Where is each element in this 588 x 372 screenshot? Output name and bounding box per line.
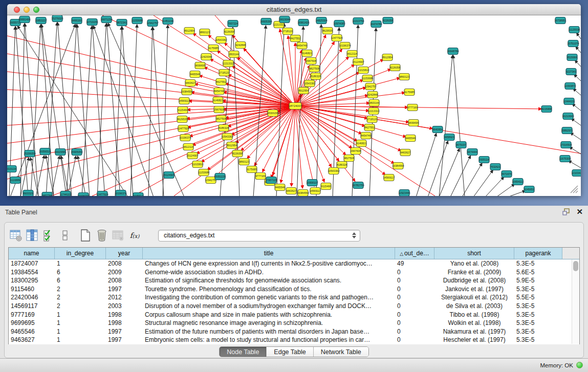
cell-pagerank[interactable]: 5.5E-5 xyxy=(514,293,562,302)
cell-in_degree[interactable]: 1 xyxy=(55,336,106,344)
cell-out_de[interactable]: 0 xyxy=(395,336,434,344)
column-header-short[interactable]: short xyxy=(434,248,514,259)
table-row[interactable]: 911546021997Tourette syndrome. Phenomeno… xyxy=(9,285,579,294)
cell-title[interactable]: Investigating the contribution of common… xyxy=(143,293,395,302)
cell-pagerank[interactable]: 5.3E-5 xyxy=(514,327,562,336)
table-row[interactable]: 969969511998Structural magnetic resonanc… xyxy=(9,319,579,327)
cell-out_de[interactable]: 0 xyxy=(395,285,434,294)
network-canvas[interactable]: 1872400718300295122133132718120842755284… xyxy=(7,15,581,196)
cell-short[interactable]: Jankovic et al. (1997) xyxy=(434,285,514,294)
cell-short[interactable]: Stergiakouli et al. (2012) xyxy=(434,293,514,302)
cell-out_de[interactable]: 0 xyxy=(395,319,434,327)
cell-in_degree[interactable]: 1 xyxy=(55,319,106,327)
cell-out_de[interactable]: 49 xyxy=(395,259,434,268)
cell-year[interactable]: 1998 xyxy=(106,319,143,327)
cell-out_de[interactable]: 0 xyxy=(395,293,434,302)
cell-name[interactable]: 9115460 xyxy=(9,285,55,294)
table-settings-button[interactable] xyxy=(9,228,23,243)
cell-short[interactable]: Dudbridge et al. (2008) xyxy=(434,276,514,285)
cell-in_degree[interactable]: 1 xyxy=(55,327,106,336)
cell-out_de[interactable]: 0 xyxy=(395,302,434,311)
cell-pagerank[interactable]: 5.3E-5 xyxy=(514,302,562,311)
close-panel-button[interactable]: ✕ xyxy=(576,208,583,216)
cell-name[interactable]: 19384554 xyxy=(9,268,55,277)
cell-short[interactable]: Nakamura et al. (1997) xyxy=(434,327,514,336)
cell-year[interactable]: 1997 xyxy=(106,285,143,294)
column-header-in_degree[interactable]: in_degree xyxy=(55,248,106,259)
column-header-title[interactable]: title xyxy=(143,248,395,259)
cell-pagerank[interactable]: 5.9E-5 xyxy=(514,276,562,285)
cell-short[interactable]: Wolkin et al. (1998) xyxy=(434,319,514,327)
cell-out_de[interactable]: 0 xyxy=(395,276,434,285)
cell-in_degree[interactable]: 2 xyxy=(55,302,106,311)
new-file-button[interactable] xyxy=(78,228,93,243)
cell-year[interactable]: 1997 xyxy=(106,336,143,344)
table-row[interactable]: 946554611997Estimation of the future num… xyxy=(9,327,579,336)
delete-button[interactable] xyxy=(95,228,109,243)
cell-out_de[interactable]: 0 xyxy=(395,327,434,336)
cell-short[interactable]: Yano et al. (2008) xyxy=(434,259,514,268)
delete-table-button[interactable] xyxy=(111,228,125,243)
cell-pagerank[interactable]: 5.3E-5 xyxy=(514,285,562,294)
scrollbar-thumb[interactable] xyxy=(573,261,578,271)
cell-year[interactable]: 2008 xyxy=(106,259,143,268)
cell-out_de[interactable]: 0 xyxy=(395,311,434,319)
table-row[interactable]: 1830029562008Estimation of significance … xyxy=(9,276,579,285)
tab-edge-table[interactable]: Edge Table xyxy=(267,347,313,357)
resize-grip-icon[interactable] xyxy=(569,184,579,194)
select-checks-button[interactable] xyxy=(41,228,56,243)
cell-name[interactable]: 14569117 xyxy=(9,302,55,311)
column-header-pagerank[interactable]: pagerank xyxy=(514,248,562,259)
cell-year[interactable]: 2009 xyxy=(106,268,143,277)
cell-year[interactable]: 2012 xyxy=(106,293,143,302)
cell-name[interactable]: 9699695 xyxy=(9,319,55,327)
cell-pagerank[interactable]: 5.6E-5 xyxy=(514,268,562,277)
cell-pagerank[interactable]: 5.3E-5 xyxy=(514,259,562,268)
cell-out_de[interactable]: 0 xyxy=(395,268,434,277)
cell-title[interactable]: Estimation of the future numbers of pati… xyxy=(143,327,395,336)
cell-in_degree[interactable]: 2 xyxy=(55,285,106,294)
tab-node-table[interactable]: Node Table xyxy=(220,347,267,357)
cell-title[interactable]: Embryonic stem cells: a model to study s… xyxy=(143,336,395,344)
cell-title[interactable]: Genome-wide association studies in ADHD. xyxy=(143,268,395,277)
cell-in_degree[interactable]: 6 xyxy=(55,276,106,285)
cell-name[interactable]: 9465546 xyxy=(9,327,55,336)
float-panel-button[interactable] xyxy=(562,208,570,215)
cell-year[interactable]: 1998 xyxy=(106,311,143,319)
tab-network-table[interactable]: Network Table xyxy=(314,347,368,357)
cell-name[interactable]: 9463627 xyxy=(9,336,55,344)
table-row[interactable]: 1938455462009Genome-wide association stu… xyxy=(9,268,579,277)
cell-title[interactable]: Estimation of significance thresholds fo… xyxy=(143,276,395,285)
cell-pagerank[interactable]: 5.3E-5 xyxy=(514,336,562,344)
cell-year[interactable]: 2003 xyxy=(106,302,143,311)
cell-short[interactable]: Tibbo et al. (1998) xyxy=(434,311,514,319)
table-row[interactable]: 977716911998Corpus callosum shape and si… xyxy=(9,311,579,319)
cell-title[interactable]: Structural magnetic resonance image aver… xyxy=(143,319,395,327)
cell-in_degree[interactable]: 2 xyxy=(55,293,106,302)
cell-year[interactable]: 2008 xyxy=(106,276,143,285)
cell-short[interactable]: Franke et al. (2009) xyxy=(434,268,514,277)
column-header-year[interactable]: year xyxy=(106,248,143,259)
cell-in_degree[interactable]: 1 xyxy=(55,259,106,268)
network-window[interactable]: citations_edges.txt 18724007183002951221… xyxy=(7,4,581,196)
table-row[interactable]: 1456911722003Disruption of a novel membe… xyxy=(9,302,579,311)
cell-pagerank[interactable]: 5.3E-5 xyxy=(514,311,562,319)
column-select-button[interactable] xyxy=(25,228,39,243)
cell-in_degree[interactable]: 6 xyxy=(55,268,106,277)
window-titlebar[interactable]: citations_edges.txt xyxy=(7,4,581,15)
memory-status-icon[interactable] xyxy=(576,362,583,368)
cell-name[interactable]: 22420046 xyxy=(9,293,55,302)
cell-year[interactable]: 1997 xyxy=(106,327,143,336)
cell-title[interactable]: Changes of HCN gene expression and I(f) … xyxy=(143,259,395,268)
cell-name[interactable]: 18300295 xyxy=(9,276,55,285)
function-builder-button[interactable]: f(x) xyxy=(127,228,142,243)
cell-short[interactable]: de Silva et al. (2003) xyxy=(434,302,514,311)
network-graph[interactable]: 1872400718300295122133132718120842755284… xyxy=(7,15,581,196)
table-row[interactable]: 946362711997Embryonic stem cells: a mode… xyxy=(9,336,579,344)
table-row[interactable]: 1872400712008Changes of HCN gene express… xyxy=(9,259,579,268)
cell-title[interactable]: Corpus callosum shape and size in male p… xyxy=(143,311,395,319)
cell-name[interactable]: 18724007 xyxy=(9,259,55,268)
cell-title[interactable]: Disruption of a novel member of a sodium… xyxy=(143,302,395,311)
cell-title[interactable]: Tourette syndrome. Phenomenology and cla… xyxy=(143,285,395,294)
column-header-name[interactable]: name xyxy=(9,248,55,259)
